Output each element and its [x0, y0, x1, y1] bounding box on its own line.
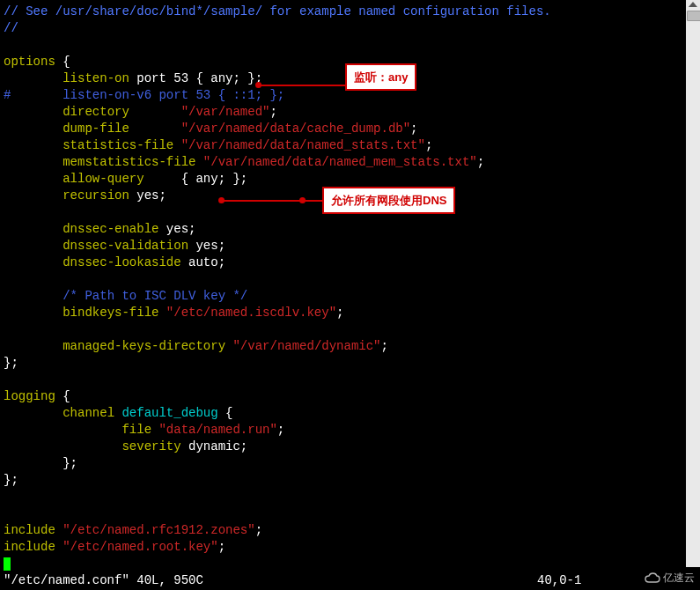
directive: managed-keys-directory	[63, 339, 225, 353]
string: "/var/named/data/named_mem_stats.txt"	[203, 155, 477, 169]
string: "/etc/named.root.key"	[63, 540, 217, 554]
keyword-include: include	[4, 540, 55, 554]
directive: dump-file	[63, 122, 129, 136]
string: "/var/named"	[181, 105, 270, 119]
directive: memstatistics-file	[63, 155, 195, 169]
status-cursor-pos: 40,0-1	[537, 571, 581, 590]
directive: severity	[122, 439, 181, 454]
vertical-scrollbar[interactable]	[686, 0, 700, 567]
watermark-text: 亿速云	[663, 570, 695, 586]
annotation-connector	[260, 85, 345, 86]
annotation-callout-allow: 允许所有网段使用DNS	[322, 187, 455, 214]
scroll-up-icon	[689, 2, 697, 7]
comment-line: /* Path to ISC DLV key */	[63, 289, 247, 303]
watermark: 亿速云	[644, 570, 695, 586]
annotation-callout-listen: 监听：any	[345, 63, 416, 91]
channel-name: default_debug	[122, 406, 217, 420]
directive: dnssec-enable	[63, 222, 158, 236]
directive: allow-query	[63, 172, 144, 186]
directive: listen-on	[63, 71, 129, 85]
string: "/etc/named.rfc1912.zones"	[63, 523, 254, 537]
directive: dnssec-validation	[63, 239, 188, 253]
cloud-icon	[644, 572, 661, 585]
comment-line: // See /usr/share/doc/bind*/sample/ for …	[4, 4, 551, 18]
scrollbar-thumb[interactable]	[687, 11, 700, 21]
annotation-dot	[299, 197, 306, 203]
keyword-options: options	[4, 55, 55, 69]
directive: channel	[63, 406, 114, 420]
directive: directory	[63, 105, 129, 119]
directive: dnssec-lookaside	[63, 255, 181, 269]
directive: bindkeys-file	[63, 306, 158, 320]
string: "/var/named/data/named_stats.txt"	[181, 138, 425, 152]
directive: recursion	[63, 188, 129, 203]
annotation-connector	[223, 200, 322, 202]
any-block-listen: { any; };	[195, 71, 262, 85]
any-block-query: { any; };	[181, 172, 248, 186]
status-filename: /etc/named.conf	[11, 573, 122, 587]
string: "/var/named/data/cache_dump.db"	[181, 122, 410, 136]
keyword-logging: logging	[4, 389, 55, 403]
directive: file	[122, 423, 151, 437]
string: "data/named.run"	[158, 423, 276, 437]
commented-line: # listen-on-v6 port 53 { ::1; };	[4, 88, 284, 102]
string: "/etc/named.iscdlv.key"	[166, 306, 336, 320]
cursor	[4, 557, 11, 571]
status-lines: 40L, 950C	[136, 573, 203, 587]
keyword-include: include	[4, 523, 55, 537]
string: "/var/named/dynamic"	[232, 339, 380, 353]
directive: statistics-file	[63, 138, 173, 152]
comment-line: //	[4, 21, 18, 35]
vim-status-bar: "/etc/named.conf" 40L, 950C 40,0-1	[0, 571, 700, 590]
